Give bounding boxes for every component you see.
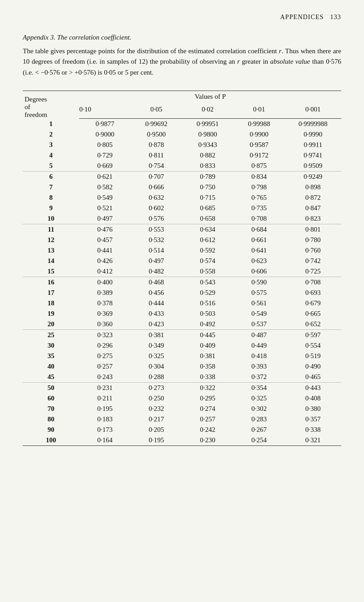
cell-value: 0·9911 xyxy=(285,140,341,150)
table-row: 120·4570·5320·6120·6610·780 xyxy=(23,235,341,245)
table-row: 10·98770·996920·999510·999880·9999988 xyxy=(23,119,341,130)
cell-value: 0·561 xyxy=(233,298,285,309)
col-header-005: 0·05 xyxy=(131,103,182,119)
df-value: 25 xyxy=(23,330,79,341)
cell-value: 0·457 xyxy=(79,235,131,245)
cell-value: 0·612 xyxy=(182,235,233,245)
cell-value: 0·304 xyxy=(131,361,182,372)
table-row: 150·4120·4820·5580·6060·725 xyxy=(23,266,341,277)
df-value: 40 xyxy=(23,361,79,372)
cell-value: 0·549 xyxy=(79,192,131,203)
cell-value: 0·250 xyxy=(131,393,182,404)
cell-value: 0·412 xyxy=(79,266,131,277)
cell-value: 0·456 xyxy=(131,288,182,298)
df-value: 9 xyxy=(23,203,79,213)
cell-value: 0·322 xyxy=(182,383,233,394)
cell-value: 0·549 xyxy=(233,309,285,319)
table-row: 600·2110·2500·2950·3250·408 xyxy=(23,393,341,404)
cell-value: 0·445 xyxy=(182,330,233,341)
cell-value: 0·230 xyxy=(182,435,233,446)
df-value: 8 xyxy=(23,192,79,203)
cell-value: 0·9343 xyxy=(182,140,233,150)
cell-value: 0·708 xyxy=(233,213,285,224)
table-row: 250·3230·3810·4450·4870·597 xyxy=(23,330,341,341)
table-row: 130·4410·5140·5920·6410·760 xyxy=(23,245,341,256)
df-value: 1 xyxy=(23,119,79,130)
cell-value: 0·798 xyxy=(233,182,285,192)
cell-value: 0·666 xyxy=(131,182,182,192)
df-value: 35 xyxy=(23,351,79,361)
cell-value: 0·602 xyxy=(131,203,182,213)
df-value: 60 xyxy=(23,393,79,404)
cell-value: 0·833 xyxy=(182,161,233,172)
cell-value: 0·634 xyxy=(182,224,233,235)
cell-value: 0·321 xyxy=(285,435,341,446)
cell-value: 0·801 xyxy=(285,224,341,235)
cell-value: 0·9990 xyxy=(285,129,341,140)
df-value: 45 xyxy=(23,372,79,383)
df-value: 19 xyxy=(23,309,79,319)
cell-value: 0·487 xyxy=(233,330,285,341)
cell-value: 0·360 xyxy=(79,319,131,330)
cell-value: 0·444 xyxy=(131,298,182,309)
col-header-001: 0·01 xyxy=(233,103,285,119)
cell-value: 0·658 xyxy=(182,213,233,224)
cell-value: 0·381 xyxy=(131,330,182,341)
df-value: 4 xyxy=(23,150,79,161)
cell-value: 0·558 xyxy=(182,266,233,277)
cell-value: 0·357 xyxy=(285,414,341,425)
appendices-label: APPENDICES xyxy=(280,14,324,20)
table-row: 20·90000·95000·98000·99000·9990 xyxy=(23,129,341,140)
cell-value: 0·693 xyxy=(285,288,341,298)
cell-value: 0·516 xyxy=(182,298,233,309)
cell-value: 0·597 xyxy=(285,330,341,341)
cell-value: 0·433 xyxy=(131,309,182,319)
cell-value: 0·295 xyxy=(182,393,233,404)
df-value: 7 xyxy=(23,182,79,192)
cell-value: 0·882 xyxy=(182,150,233,161)
cell-value: 0·99692 xyxy=(131,119,182,130)
table-row: 50·6690·7540·8330·8750·9509 xyxy=(23,161,341,172)
table-row: 90·5210·6020·6850·7350·847 xyxy=(23,203,341,213)
cell-value: 0·338 xyxy=(285,425,341,435)
cell-value: 0·381 xyxy=(182,351,233,361)
cell-value: 0·685 xyxy=(182,203,233,213)
cell-value: 0·288 xyxy=(131,372,182,383)
cell-value: 0·9000 xyxy=(79,129,131,140)
col-header-002: 0·02 xyxy=(182,103,233,119)
table-row: 30·8050·8780·93430·95870·9911 xyxy=(23,140,341,150)
df-value: 2 xyxy=(23,129,79,140)
df-value: 13 xyxy=(23,245,79,256)
df-value: 17 xyxy=(23,288,79,298)
cell-value: 0·750 xyxy=(182,182,233,192)
intro-text: The table gives percentage points for th… xyxy=(23,46,341,78)
cell-value: 0·99988 xyxy=(233,119,285,130)
cell-value: 0·389 xyxy=(79,288,131,298)
table-row: 110·4760·5530·6340·6840·801 xyxy=(23,224,341,235)
df-value: 12 xyxy=(23,235,79,245)
df-value: 10 xyxy=(23,213,79,224)
cell-value: 0·372 xyxy=(233,372,285,383)
cell-value: 0·780 xyxy=(285,235,341,245)
cell-value: 0·575 xyxy=(233,288,285,298)
cell-value: 0·183 xyxy=(79,414,131,425)
cell-value: 0·9800 xyxy=(182,129,233,140)
cell-value: 0·426 xyxy=(79,256,131,266)
cell-value: 0·9587 xyxy=(233,140,285,150)
cell-value: 0·325 xyxy=(233,393,285,404)
cell-value: 0·231 xyxy=(79,383,131,394)
cell-value: 0·296 xyxy=(79,340,131,351)
cell-value: 0·275 xyxy=(79,351,131,361)
table-row: 300·2960·3490·4090·4490·554 xyxy=(23,340,341,351)
cell-value: 0·652 xyxy=(285,319,341,330)
cell-value: 0·503 xyxy=(182,309,233,319)
table-row: 70·5820·6660·7500·7980·898 xyxy=(23,182,341,192)
cell-value: 0·205 xyxy=(131,425,182,435)
cell-value: 0·708 xyxy=(285,277,341,288)
df-value: 18 xyxy=(23,298,79,309)
table-row: 700·1950·2320·2740·3020·380 xyxy=(23,404,341,414)
cell-value: 0·725 xyxy=(285,266,341,277)
cell-value: 0·834 xyxy=(233,172,285,182)
cell-value: 0·669 xyxy=(79,161,131,172)
cell-value: 0·574 xyxy=(182,256,233,266)
